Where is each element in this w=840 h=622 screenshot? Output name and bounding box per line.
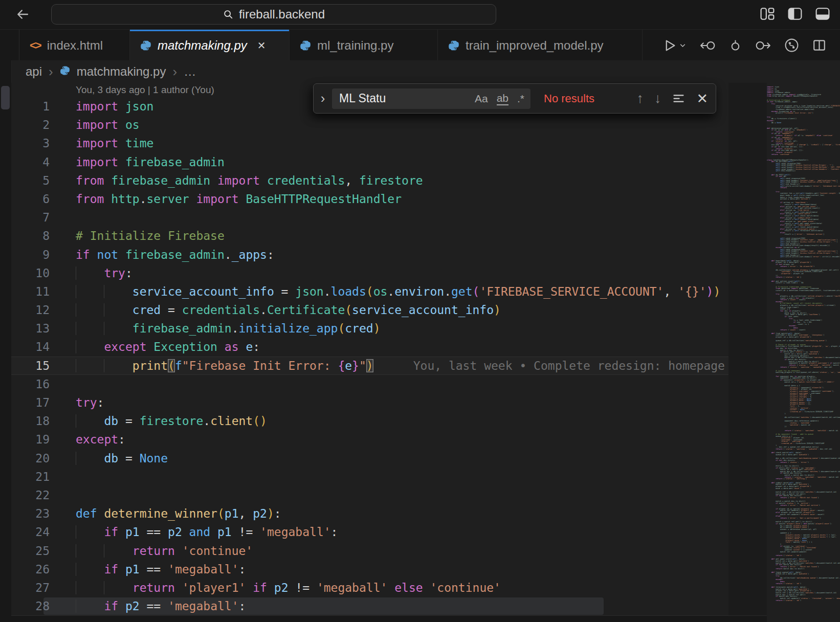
line-number[interactable]: 18	[11, 412, 50, 430]
toggle-replace-button[interactable]: ›	[314, 91, 332, 106]
code-line[interactable]: 11 service_account_info = json.loads(os.…	[11, 282, 728, 301]
tab-ml-training-py[interactable]: ml_training.py	[290, 30, 438, 61]
code-line[interactable]: 17try:	[11, 393, 728, 412]
code-line[interactable]: 10 try:	[11, 264, 728, 282]
line-number[interactable]: 10	[11, 264, 50, 282]
customize-layout-icon[interactable]	[759, 7, 776, 21]
code-line[interactable]: 21	[11, 468, 728, 486]
code-line[interactable]: 15 print(f"Firebase Init Error: {e}")You…	[11, 357, 728, 375]
line-number[interactable]: 6	[11, 190, 50, 208]
close-find-button[interactable]: ✕	[696, 91, 708, 107]
code-line[interactable]: 12 cred = credentials.Certificate(servic…	[11, 301, 728, 319]
chevron-right-icon: ›	[49, 65, 53, 78]
vertical-scrollbar-zone[interactable]	[728, 83, 767, 622]
code-line[interactable]: 2import os	[11, 116, 728, 134]
code-line[interactable]: 27 return 'player1' if p2 != 'megaball' …	[11, 579, 728, 597]
chevron-down-icon[interactable]	[678, 41, 687, 50]
breadcrumb: api › matchmaking.py › …	[11, 60, 840, 83]
python-file-icon	[300, 40, 311, 51]
find-input[interactable]	[332, 92, 469, 105]
line-number[interactable]: 1	[11, 97, 50, 116]
line-number[interactable]: 16	[11, 375, 50, 393]
editor-pane[interactable]: You, 3 days ago | 1 author (You) 1import…	[11, 83, 840, 622]
line-number[interactable]: 13	[11, 319, 50, 338]
split-editor-icon[interactable]	[812, 38, 827, 53]
line-number[interactable]: 20	[11, 449, 50, 468]
code-area[interactable]: 1import json2import os3import time4impor…	[11, 97, 728, 622]
line-number[interactable]: 7	[11, 208, 50, 227]
code-line[interactable]: 6from http.server import BaseHTTPRequest…	[11, 190, 728, 208]
line-number[interactable]: 22	[11, 486, 50, 504]
line-number[interactable]: 3	[11, 134, 50, 152]
toggle-panel-icon[interactable]	[814, 7, 831, 21]
line-number[interactable]: 25	[11, 542, 50, 560]
line-number[interactable]: 17	[11, 393, 50, 412]
code-line[interactable]: 28 if p2 == 'megaball':	[11, 597, 728, 615]
next-match-button[interactable]: ↓	[654, 91, 661, 106]
code-line[interactable]: 8# Initialize Firebase	[11, 227, 728, 245]
line-number[interactable]: 19	[11, 430, 50, 449]
source-control-graph-icon[interactable]	[784, 37, 800, 53]
line-number[interactable]: 14	[11, 338, 50, 356]
breadcrumb-folder[interactable]: api	[26, 64, 42, 79]
code-line[interactable]: 25 return 'continue'	[11, 542, 728, 560]
inline-blame-annotation: You, last week • Complete redesign: home…	[413, 359, 725, 372]
regex-button[interactable]: .*	[517, 93, 524, 105]
find-nav: ↑ ↓ ✕	[636, 91, 716, 107]
record-icon[interactable]	[728, 38, 742, 53]
python-file-icon	[60, 64, 70, 79]
toggle-sidebar-icon[interactable]	[787, 7, 803, 21]
code-line[interactable]: 26 if p1 == 'megaball':	[11, 560, 728, 579]
code-line[interactable]: 7	[11, 208, 728, 227]
line-number[interactable]: 5	[11, 171, 50, 190]
code-line[interactable]: 18 db = firestore.client()	[11, 412, 728, 430]
line-number[interactable]: 2	[11, 116, 50, 134]
breadcrumb-symbol[interactable]: …	[184, 64, 196, 79]
title-bar: fireball.backend	[0, 0, 840, 29]
step-forward-icon[interactable]	[755, 38, 771, 53]
html-file-icon: <>	[30, 39, 41, 52]
line-number[interactable]: 26	[11, 560, 50, 579]
line-number[interactable]: 23	[11, 504, 50, 523]
code-line[interactable]: 3import time	[11, 134, 728, 152]
code-line[interactable]: 24 if p1 == p2 and p1 != 'megaball':	[11, 523, 728, 541]
line-number[interactable]: 15	[11, 357, 50, 375]
line-number[interactable]: 8	[11, 227, 50, 245]
command-center-search[interactable]: fireball.backend	[51, 4, 496, 25]
search-icon	[223, 9, 234, 20]
close-tab-icon[interactable]: ✕	[257, 39, 266, 52]
step-back-icon[interactable]	[699, 38, 716, 53]
line-number[interactable]: 11	[11, 282, 50, 301]
minimap[interactable]: import jsonimport osimport timeimport fi…	[767, 86, 840, 622]
line-number[interactable]: 12	[11, 301, 50, 319]
run-button[interactable]	[662, 38, 687, 53]
code-line[interactable]: 9if not firebase_admin._apps:	[11, 246, 728, 264]
code-line[interactable]: 16	[11, 375, 728, 393]
code-line[interactable]: 5from firebase_admin import credentials,…	[11, 171, 728, 190]
code-line[interactable]: 22	[11, 486, 728, 504]
line-number[interactable]: 24	[11, 523, 50, 541]
line-number[interactable]: 9	[11, 246, 50, 264]
find-in-selection-icon[interactable]	[672, 92, 686, 105]
code-line[interactable]: 4import firebase_admin	[11, 153, 728, 171]
code-line[interactable]: 23def determine_winner(p1, p2):	[11, 504, 728, 523]
breadcrumb-file[interactable]: matchmaking.py	[77, 64, 166, 79]
tab-train-improved-model-py[interactable]: train_improved_model.py	[438, 30, 643, 61]
tab-bar: <>index.htmlmatchmaking.py✕ml_training.p…	[0, 29, 840, 61]
whole-word-button[interactable]: ab	[497, 92, 509, 105]
code-line[interactable]: 20 db = None	[11, 449, 728, 468]
line-number[interactable]: 28	[11, 597, 50, 615]
line-number[interactable]: 27	[11, 579, 50, 597]
line-number[interactable]: 21	[11, 468, 50, 486]
code-line[interactable]: 14 except Exception as e:	[11, 338, 728, 356]
code-line[interactable]: 19except:	[11, 430, 728, 449]
previous-match-button[interactable]: ↑	[636, 91, 644, 106]
chevron-right-icon: ›	[172, 65, 177, 78]
tab-index-html[interactable]: <>index.html	[19, 30, 130, 61]
match-case-button[interactable]: Aa	[475, 93, 488, 105]
code-line[interactable]: 13 firebase_admin.initialize_app(cred)	[11, 319, 728, 338]
line-number[interactable]: 4	[11, 153, 50, 171]
back-button[interactable]	[13, 6, 32, 23]
scrollbar-thumb[interactable]	[1, 86, 10, 109]
tab-matchmaking-py[interactable]: matchmaking.py✕	[130, 30, 290, 61]
